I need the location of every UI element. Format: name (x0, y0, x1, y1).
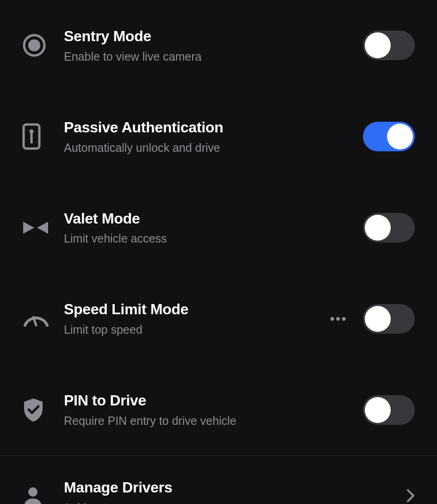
passive-auth-title: Passive Authentication (64, 119, 363, 136)
pin-to-drive-subtitle: Require PIN entry to drive vehicle (64, 414, 363, 428)
valet-mode-title: Valet Mode (64, 210, 363, 227)
row-manage-drivers[interactable]: Manage Drivers 1 driver (0, 456, 437, 504)
row-passive-auth: Passive Authentication Automatically unl… (0, 91, 437, 182)
row-manage-drivers-right (406, 489, 415, 504)
pin-to-drive-icon (22, 398, 64, 423)
passive-auth-icon (22, 123, 64, 150)
pin-to-drive-title: PIN to Drive (64, 392, 363, 409)
manage-drivers-icon (22, 485, 64, 504)
row-passive-auth-text: Passive Authentication Automatically unl… (64, 119, 363, 155)
svg-point-6 (28, 487, 37, 497)
row-sentry-mode-right (363, 31, 415, 60)
row-passive-auth-right (363, 122, 415, 151)
passive-auth-subtitle: Automatically unlock and drive (64, 141, 363, 155)
svg-rect-4 (31, 133, 33, 143)
sentry-mode-toggle[interactable] (363, 31, 415, 60)
sentry-mode-icon (22, 33, 64, 57)
row-pin-to-drive: PIN to Drive Require PIN entry to drive … (0, 364, 437, 455)
row-sentry-mode: Sentry Mode Enable to view live camera (0, 0, 437, 91)
chevron-right-icon (406, 489, 415, 504)
toggle-knob (365, 397, 391, 423)
manage-drivers-subtitle: 1 driver (64, 501, 406, 504)
speed-limit-icon (22, 310, 64, 328)
row-speed-limit: Speed Limit Mode Limit top speed ••• (0, 273, 437, 364)
toggle-knob (387, 124, 413, 149)
speed-limit-subtitle: Limit top speed (64, 323, 330, 336)
passive-auth-toggle[interactable] (363, 122, 415, 151)
settings-list: Sentry Mode Enable to view live camera P… (0, 0, 437, 504)
speed-limit-title: Speed Limit Mode (64, 301, 330, 318)
toggle-knob (365, 306, 391, 332)
more-options-icon[interactable]: ••• (330, 312, 347, 326)
row-pin-to-drive-right (363, 395, 415, 425)
speed-limit-toggle[interactable] (363, 304, 415, 334)
row-valet-mode-right (363, 213, 415, 243)
row-speed-limit-right: ••• (330, 304, 415, 334)
valet-mode-icon (22, 221, 64, 235)
sentry-mode-title: Sentry Mode (64, 28, 363, 45)
pin-to-drive-toggle[interactable] (363, 395, 415, 425)
toggle-knob (365, 32, 391, 58)
valet-mode-subtitle: Limit vehicle access (64, 231, 363, 245)
row-valet-mode: Valet Mode Limit vehicle access (0, 182, 437, 274)
manage-drivers-title: Manage Drivers (64, 479, 406, 496)
row-sentry-mode-text: Sentry Mode Enable to view live camera (64, 28, 363, 63)
sentry-mode-subtitle: Enable to view live camera (64, 50, 363, 63)
row-manage-drivers-text: Manage Drivers 1 driver (64, 479, 406, 504)
svg-point-3 (30, 130, 34, 134)
toggle-knob (365, 215, 391, 241)
row-pin-to-drive-text: PIN to Drive Require PIN entry to drive … (64, 392, 363, 428)
row-valet-mode-text: Valet Mode Limit vehicle access (64, 210, 363, 246)
row-speed-limit-text: Speed Limit Mode Limit top speed (64, 301, 330, 336)
svg-point-1 (28, 39, 40, 51)
valet-mode-toggle[interactable] (363, 213, 415, 243)
